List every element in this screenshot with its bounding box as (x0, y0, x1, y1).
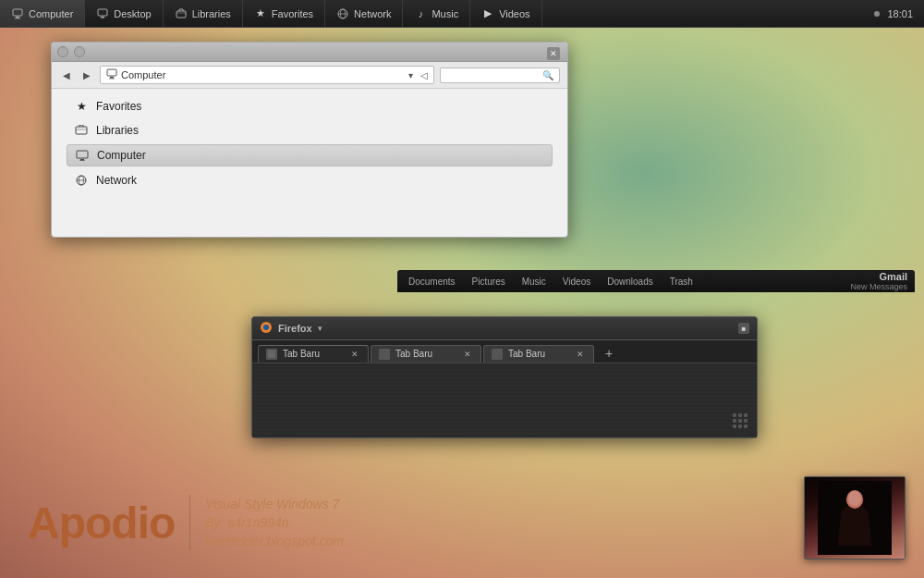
gmail-badge: Gmail New Messages (850, 271, 907, 291)
svg-rect-0 (13, 9, 22, 16)
dock-videos[interactable]: Videos (559, 277, 594, 287)
firefox-titlebar: Firefox ▾ ■ (252, 317, 757, 340)
grid-dot-9 (744, 424, 748, 428)
firefox-close-btn[interactable]: ■ (738, 323, 749, 334)
computer-nav-icon (75, 149, 90, 162)
grid-dot-2 (738, 413, 742, 417)
svg-rect-10 (109, 79, 115, 80)
taskbar: Computer Desktop Libraries ★ Favorites (0, 0, 924, 28)
svg-point-18 (263, 325, 269, 330)
brand-line2: By: s4r1n994n (205, 515, 344, 530)
libraries-nav-icon (74, 124, 89, 137)
favorites-nav-icon: ★ (74, 100, 89, 113)
svg-rect-2 (15, 18, 20, 18)
gmail-title: Gmail (850, 271, 907, 282)
desktop-icon (96, 7, 109, 20)
svg-rect-1 (16, 17, 19, 18)
taskbar-favorites-label: Favorites (272, 8, 313, 19)
taskbar-network-label: Network (354, 8, 391, 19)
nav-computer-label: Computer (97, 149, 146, 162)
tab-2-label: Tab Baru (508, 349, 545, 359)
taskbar-computer[interactable]: Computer (0, 0, 85, 27)
dock-pictures[interactable]: Pictures (468, 277, 509, 287)
taskbar-desktop-label: Desktop (114, 8, 151, 19)
grid-dot-4 (733, 419, 736, 423)
explorer-titlebar: ✕ (52, 43, 567, 62)
window-maximize-btn[interactable] (74, 46, 85, 57)
taskbar-computer-label: Computer (29, 8, 73, 19)
new-tab-btn[interactable]: + (600, 344, 618, 363)
svg-rect-11 (76, 127, 87, 134)
firefox-window: Firefox ▾ ■ Tab Baru ✕ Tab Baru ✕ (251, 316, 758, 438)
tab-2-close[interactable]: ✕ (575, 349, 586, 360)
clock-time: 18:01 (887, 8, 913, 19)
favorites-icon: ★ (254, 7, 267, 20)
nav-item-favorites[interactable]: ★ Favorites (67, 96, 553, 117)
tab-1-icon (379, 349, 390, 360)
firefox-dropdown-icon[interactable]: ▾ (318, 324, 322, 333)
svg-rect-12 (77, 151, 88, 158)
grid-dot-5 (738, 419, 742, 423)
address-text: Computer (121, 69, 165, 80)
svg-rect-8 (107, 69, 116, 76)
dock-documents[interactable]: Documents (405, 277, 459, 287)
dock-trash[interactable]: Trash (666, 277, 697, 287)
back-btn[interactable]: ◀ (59, 68, 74, 82)
grid-dot-1 (733, 413, 736, 417)
forward-btn[interactable]: ▶ (79, 68, 94, 82)
taskbar-network[interactable]: Network (325, 0, 403, 27)
svg-rect-21 (493, 350, 501, 358)
tab-0[interactable]: Tab Baru ✕ (258, 345, 369, 363)
taskbar-videos[interactable]: ▶ Videos (470, 0, 541, 27)
svg-rect-3 (98, 9, 107, 16)
brand-divider (189, 495, 190, 550)
nav-libraries-label: Libraries (96, 124, 139, 137)
taskbar-desktop[interactable]: Desktop (85, 0, 163, 27)
tab-2[interactable]: Tab Baru ✕ (483, 345, 594, 363)
dock-music[interactable]: Music (518, 277, 550, 287)
firefox-content (252, 363, 757, 437)
brand-line1: Visual Style Windows 7 (205, 497, 344, 511)
explorer-window: ✕ ◀ ▶ Computer ▾ ◁ 🔍 ★ Favorites (51, 42, 568, 238)
svg-rect-4 (101, 17, 104, 18)
gmail-subtitle: New Messages (850, 282, 907, 291)
tab-0-label: Tab Baru (283, 349, 320, 359)
window-minimize-btn[interactable] (57, 46, 68, 57)
address-bar[interactable]: Computer ▾ ◁ (100, 66, 434, 84)
taskbar-libraries-label: Libraries (192, 8, 231, 19)
nav-favorites-label: Favorites (96, 100, 141, 113)
tab-1-close[interactable]: ✕ (462, 349, 473, 360)
dock-strip: Documents Pictures Music Videos Download… (397, 270, 915, 292)
nav-network-label: Network (96, 174, 137, 187)
taskbar-libraries[interactable]: Libraries (164, 0, 243, 27)
taskbar-videos-label: Videos (499, 8, 529, 19)
grid-dot-8 (738, 424, 742, 428)
tab-0-close[interactable]: ✕ (349, 349, 360, 360)
taskbar-clock: 18:01 (863, 8, 924, 19)
dock-downloads[interactable]: Downloads (603, 277, 656, 287)
window-close-btn[interactable]: ✕ (547, 47, 560, 60)
nav-item-libraries[interactable]: Libraries (67, 120, 553, 141)
taskbar-music[interactable]: ♪ Music (403, 0, 470, 27)
tab-bar: Tab Baru ✕ Tab Baru ✕ Tab Baru ✕ + (252, 340, 757, 363)
brand-name: Apodio (28, 498, 175, 548)
grid-dot-3 (744, 413, 748, 417)
taskbar-favorites[interactable]: ★ Favorites (243, 0, 325, 27)
thumbnail (804, 476, 906, 560)
computer-icon (11, 7, 24, 20)
tab-1[interactable]: Tab Baru ✕ (371, 345, 481, 363)
firefox-title: Firefox (278, 323, 312, 334)
brand-line3: livesfelder.blogspot.com (205, 534, 344, 548)
svg-rect-5 (176, 11, 186, 18)
nav-item-network[interactable]: Network (67, 170, 553, 191)
videos-icon: ▶ (481, 7, 494, 20)
svg-point-26 (848, 491, 861, 506)
branding: Apodio Visual Style Windows 7 By: s4r1n9… (28, 495, 344, 550)
nav-item-computer[interactable]: Computer (67, 144, 553, 166)
search-bar[interactable]: 🔍 (440, 68, 560, 83)
thumbnail-figure (805, 477, 905, 559)
svg-rect-20 (381, 350, 388, 358)
svg-rect-19 (268, 350, 275, 358)
address-refresh-icon: ◁ (420, 70, 428, 80)
grid-dot-6 (744, 419, 748, 423)
